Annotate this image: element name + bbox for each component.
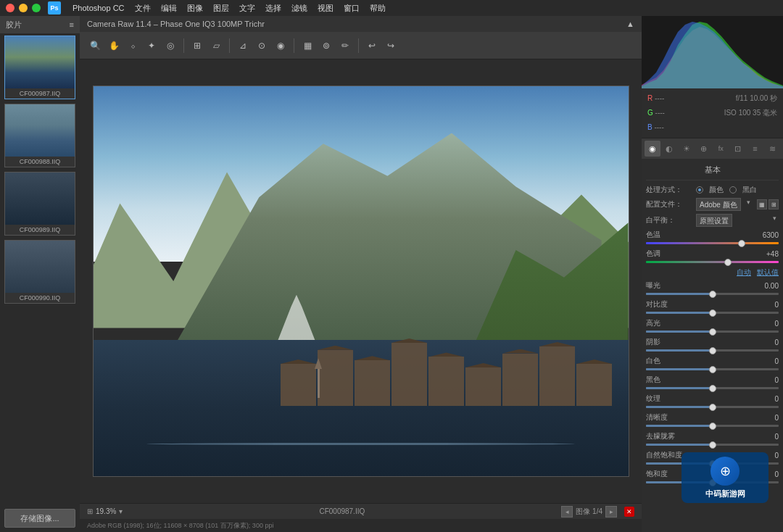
menu-edit[interactable]: 编辑 bbox=[161, 3, 177, 14]
film-thumb-4[interactable]: CF000990.IIQ bbox=[4, 240, 75, 304]
slider-track-4[interactable] bbox=[646, 368, 779, 370]
menu-help[interactable]: 帮助 bbox=[370, 3, 386, 14]
menu-view[interactable]: 视图 bbox=[318, 3, 334, 14]
building-1 bbox=[281, 364, 316, 406]
auto-button[interactable]: 自动 bbox=[737, 267, 751, 278]
transform-tool[interactable]: ⊿ bbox=[235, 38, 251, 54]
menu-image[interactable]: 图像 bbox=[187, 3, 203, 14]
menu-window[interactable]: 窗口 bbox=[344, 3, 360, 14]
process-radio-group: 颜色 黑白 bbox=[696, 185, 757, 195]
zoom-dropdown-icon[interactable]: ▾ bbox=[119, 507, 123, 515]
slider-name-5: 黑色 bbox=[646, 375, 660, 385]
slider-thumb-6[interactable] bbox=[709, 404, 716, 411]
spot-removal[interactable]: ⊙ bbox=[254, 38, 270, 54]
slider-row-5: 黑色 0 bbox=[646, 375, 779, 392]
panel-tab-hsl[interactable]: ☀ bbox=[679, 141, 695, 157]
slider-track-6[interactable] bbox=[646, 406, 779, 408]
b-row: B ---- bbox=[647, 122, 664, 133]
straighten-tool[interactable]: ▱ bbox=[208, 38, 224, 54]
slider-track-3[interactable] bbox=[646, 349, 779, 352]
hand-tool[interactable]: ✋ bbox=[106, 38, 122, 54]
redo-tool[interactable]: ↪ bbox=[383, 38, 399, 54]
process-label: 处理方式： bbox=[646, 185, 693, 195]
main-image bbox=[93, 86, 629, 477]
menu-layer[interactable]: 图层 bbox=[213, 3, 229, 14]
slider-fill-6 bbox=[646, 406, 713, 408]
slider-name-3: 阴影 bbox=[646, 337, 660, 347]
menu-filter[interactable]: 滤镜 bbox=[291, 3, 307, 14]
slider-thumb-5[interactable] bbox=[709, 385, 716, 392]
cr-collapse-icon[interactable]: ▲ bbox=[626, 20, 634, 28]
slider-track-5[interactable] bbox=[646, 387, 779, 389]
slider-fill-1 bbox=[646, 312, 713, 314]
tint-thumb[interactable] bbox=[724, 259, 732, 266]
temp-thumb[interactable] bbox=[738, 240, 745, 247]
process-color-label[interactable]: 颜色 bbox=[709, 185, 724, 195]
slider-thumb-0[interactable] bbox=[709, 291, 716, 298]
graduated-filter[interactable]: ▦ bbox=[299, 38, 315, 54]
slider-track-2[interactable] bbox=[646, 331, 779, 333]
slider-thumb-2[interactable] bbox=[709, 328, 716, 336]
slider-name-10: 饱和度 bbox=[646, 469, 668, 479]
panel-tab-tone-curve[interactable]: ◐ bbox=[662, 141, 678, 157]
zoom-tool[interactable]: 🔍 bbox=[87, 38, 103, 54]
panel-tab-detail[interactable]: ⊡ bbox=[730, 141, 746, 157]
minimize-button[interactable] bbox=[19, 4, 28, 12]
temp-track[interactable] bbox=[646, 242, 779, 244]
filmstrip-menu-icon[interactable]: ≡ bbox=[70, 20, 74, 29]
wb-select[interactable]: 原照设置 bbox=[696, 214, 732, 227]
process-color-radio[interactable] bbox=[696, 186, 703, 194]
target-adj-tool[interactable]: ◎ bbox=[162, 38, 178, 54]
color-sampler-tool[interactable]: ✦ bbox=[144, 38, 160, 54]
slider-fill-5 bbox=[646, 387, 713, 389]
close-button[interactable] bbox=[6, 4, 14, 12]
panel-tab-effects[interactable]: fx bbox=[713, 141, 729, 157]
film-thumb-1[interactable]: CF000987.IIQ bbox=[4, 36, 75, 99]
slider-track-0[interactable] bbox=[646, 293, 779, 295]
adjustment-brush[interactable]: ✏ bbox=[337, 38, 353, 54]
slider-thumb-1[interactable] bbox=[709, 309, 716, 317]
crop-tool[interactable]: ⊞ bbox=[189, 38, 205, 54]
slider-thumb-3[interactable] bbox=[709, 347, 716, 354]
slider-track-8[interactable] bbox=[646, 444, 779, 446]
film-thumb-3[interactable]: CF000989.IIQ bbox=[4, 172, 75, 236]
film-thumb-2[interactable]: CF000988.IIQ bbox=[4, 104, 75, 167]
slider-header-8: 去朦胧雾 0 bbox=[646, 431, 779, 441]
red-eye-tool[interactable]: ◉ bbox=[273, 38, 289, 54]
profile-list-view[interactable]: ▦ bbox=[757, 199, 767, 209]
panel-tab-lens[interactable]: ≡ bbox=[747, 141, 763, 157]
slider-track-1[interactable] bbox=[646, 312, 779, 314]
default-button[interactable]: 默认值 bbox=[757, 267, 779, 278]
cr-title-text: Camera Raw 11.4 – Phase One IQ3 100MP Tr… bbox=[87, 20, 265, 28]
profile-grid-view[interactable]: ⊞ bbox=[768, 199, 779, 209]
status-nav: ◂ 图像 1/4 ▸ bbox=[561, 506, 617, 518]
menu-select[interactable]: 选择 bbox=[265, 3, 281, 14]
slider-track-7[interactable] bbox=[646, 425, 779, 427]
next-image-button[interactable]: ▸ bbox=[605, 506, 617, 518]
process-bw-label[interactable]: 黑白 bbox=[742, 185, 757, 195]
process-bw-radio[interactable] bbox=[729, 186, 737, 194]
panel-tab-histogram[interactable]: ◉ bbox=[645, 141, 660, 157]
menu-photoshop[interactable]: Photoshop CC bbox=[72, 4, 125, 12]
panel-tab-calibration[interactable]: ≋ bbox=[764, 141, 780, 157]
slider-thumb-4[interactable] bbox=[709, 366, 716, 373]
done-button[interactable]: ✕ bbox=[624, 507, 634, 517]
tint-track[interactable] bbox=[646, 261, 779, 263]
slider-thumb-8[interactable] bbox=[709, 441, 716, 449]
wb-tool[interactable]: ⬦ bbox=[125, 38, 141, 54]
panel-tab-color-grading[interactable]: ⊕ bbox=[696, 141, 712, 157]
prev-image-button[interactable]: ◂ bbox=[561, 506, 573, 518]
menu-file[interactable]: 文件 bbox=[135, 3, 151, 14]
title-bar: Ps Photoshop CC 文件 编辑 图像 图层 文字 选择 滤镜 视图 … bbox=[0, 0, 783, 16]
menu-type[interactable]: 文字 bbox=[239, 3, 255, 14]
radial-filter[interactable]: ⊚ bbox=[318, 38, 334, 54]
slider-row-3: 阴影 0 bbox=[646, 337, 779, 354]
histogram bbox=[642, 16, 783, 88]
slider-thumb-7[interactable] bbox=[709, 423, 716, 430]
store-image-button[interactable]: 存储图像... bbox=[4, 509, 75, 528]
profile-select[interactable]: Adobe 颜色 bbox=[696, 198, 741, 211]
slider-fill-4 bbox=[646, 368, 713, 370]
maximize-button[interactable] bbox=[32, 4, 41, 12]
process-mode-row: 处理方式： 颜色 黑白 bbox=[646, 185, 779, 195]
undo-tool[interactable]: ↩ bbox=[364, 38, 380, 54]
